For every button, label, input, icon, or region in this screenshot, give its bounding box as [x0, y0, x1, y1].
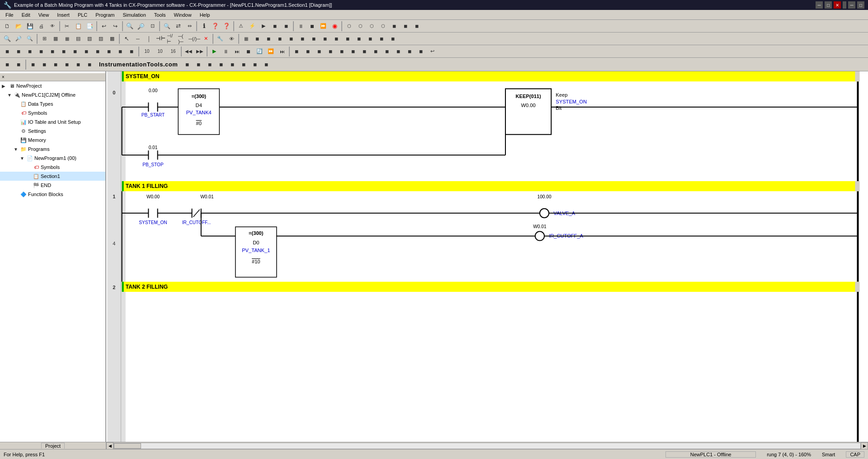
tb-save[interactable]: 💾 [24, 21, 35, 32]
tree-node-datatypes[interactable]: 📋 Data Types [0, 99, 105, 108]
tb2-more9[interactable]: ◼ [331, 33, 342, 44]
tb2-mon[interactable]: 👁 [226, 33, 237, 44]
tb3-b5[interactable]: ◼ [47, 46, 58, 57]
tb2-h-line[interactable]: ─ [132, 33, 143, 44]
tb3-sim-reset[interactable]: 🔄 [254, 46, 265, 57]
tb-print-prev[interactable]: 👁 [47, 21, 58, 32]
tree-node-section1[interactable]: 📋 Section1 [0, 172, 105, 181]
tb4-b16[interactable]: ◼ [261, 59, 272, 70]
inner-minimize-button[interactable]: ─ [848, 1, 855, 9]
tb-zoom-out[interactable]: 🔍 [136, 21, 146, 32]
tb2-more11[interactable]: ◼ [354, 33, 364, 44]
tb2-more4[interactable]: ◼ [274, 33, 285, 44]
tb3-b6[interactable]: ◼ [58, 46, 69, 57]
tb2-grid[interactable]: ⊞ [39, 33, 50, 44]
tb2-cursor[interactable]: ↖ [121, 33, 132, 44]
tb-zoom-fit[interactable]: ⊡ [147, 21, 158, 32]
tb-misc6[interactable]: ◼ [400, 21, 411, 32]
tb-misc2[interactable]: ⬡ [355, 21, 366, 32]
tb-warn[interactable]: ⚠ [236, 21, 246, 32]
tree-node-memory[interactable]: 💾 Memory [0, 136, 105, 145]
inner-maximize-button[interactable]: □ [857, 1, 864, 9]
tb-undo[interactable]: ↩ [99, 21, 109, 32]
tb3-b8[interactable]: ◼ [81, 46, 92, 57]
tb3-e8[interactable]: ◼ [370, 46, 381, 57]
tb3-e3[interactable]: ◼ [314, 46, 325, 57]
menu-item-help[interactable]: Help [196, 11, 214, 19]
menu-item-file[interactable]: File [2, 11, 17, 19]
tb-new[interactable]: 🗋 [2, 21, 13, 32]
tb3-e4[interactable]: ◼ [325, 46, 336, 57]
tb-zoom-in[interactable]: 🔍 [124, 21, 135, 32]
tree-node-programs[interactable]: ▼ 📁 Programs [0, 145, 105, 154]
tb3-num10b[interactable]: 10 [154, 46, 166, 57]
menu-item-plc[interactable]: PLC [74, 11, 91, 19]
tb3-e10[interactable]: ◼ [393, 46, 404, 57]
tb-step[interactable]: ⏩ [318, 21, 329, 32]
tb4-b14[interactable]: ◼ [238, 59, 249, 70]
tb-box1[interactable]: ◼ [269, 21, 280, 32]
tb3-e6[interactable]: ◼ [348, 46, 359, 57]
tb-run[interactable]: ▶ [258, 21, 269, 32]
tb2-del[interactable]: ✕ [200, 33, 211, 44]
tree-node-newproject[interactable]: ▶ 🖥 NewProject [0, 81, 105, 90]
tb-paste[interactable]: 📑 [84, 21, 95, 32]
tb4-b10[interactable]: ◼ [193, 59, 204, 70]
tb3-num10[interactable]: 10 [141, 46, 153, 57]
tb-rec[interactable]: ◉ [329, 21, 340, 32]
tb3-b10[interactable]: ◼ [104, 46, 114, 57]
menu-item-insert[interactable]: Insert [53, 11, 73, 19]
tb2-b5[interactable]: ▩ [107, 33, 118, 44]
tb2-more12[interactable]: ◼ [365, 33, 376, 44]
tb-misc5[interactable]: ◼ [389, 21, 400, 32]
tree-node-settings[interactable]: ⚙ Settings [0, 126, 105, 136]
tb2-coil-nc[interactable]: ─(/)─ [189, 33, 200, 44]
menu-item-simulation[interactable]: Simulation [119, 11, 149, 19]
menu-item-tools[interactable]: Tools [151, 11, 170, 19]
tb-copy[interactable]: 📋 [73, 21, 84, 32]
tree-node-newprogram1[interactable]: ▼ 📄 NewProgram1 (00) [0, 154, 105, 163]
tb2-coil-no[interactable]: ─( )─ [178, 33, 189, 44]
tb3-sim-pause[interactable]: ⏸ [220, 46, 231, 57]
tb2-b3[interactable]: ▧ [84, 33, 95, 44]
tb2-more6[interactable]: ◼ [297, 33, 308, 44]
tb2-more1[interactable]: ▦ [241, 33, 251, 44]
scroll-right-btn[interactable]: ▶ [861, 442, 868, 450]
tree-node-funcblocks[interactable]: 🔷 Function Blocks [0, 190, 105, 199]
tb4-b5[interactable]: ◼ [50, 59, 61, 70]
tb2-more13[interactable]: ◼ [376, 33, 387, 44]
tb2-b2[interactable]: ▤ [73, 33, 84, 44]
tb2-more14[interactable]: ◼ [387, 33, 398, 44]
tb4-b11[interactable]: ◼ [204, 59, 215, 70]
tb2-more7[interactable]: ◼ [308, 33, 319, 44]
tree-node-symbols2[interactable]: 🏷 Symbols [0, 163, 105, 172]
tb2-contact-nc[interactable]: ⊣/⊢ [166, 33, 177, 44]
tb-cut[interactable]: ✂ [61, 21, 72, 32]
close-button[interactable]: ✕ [834, 1, 841, 9]
tb-info[interactable]: ℹ [198, 21, 209, 32]
tb-warn2[interactable]: ⚡ [247, 21, 258, 32]
tb2-diag[interactable]: 🔧 [215, 33, 226, 44]
tb4-b12[interactable]: ◼ [216, 59, 226, 70]
tb-open[interactable]: 📂 [13, 21, 24, 32]
tb-transfer[interactable]: ⇄ [173, 21, 184, 32]
menu-item-window[interactable]: Window [170, 11, 195, 19]
tb2-zoom3[interactable]: 🔍 [24, 33, 35, 44]
tree-node-iotable[interactable]: 📊 IO Table and Unit Setup [0, 117, 105, 126]
tb4-b15[interactable]: ◼ [250, 59, 260, 70]
menu-item-program[interactable]: Program [92, 11, 118, 19]
tb2-more5[interactable]: ◼ [286, 33, 297, 44]
tb4-b13[interactable]: ◼ [227, 59, 238, 70]
tb3-step-back[interactable]: ◀◀ [183, 46, 194, 57]
diagram-area[interactable]: SYSTEM_ON 0 0.00 PB_START =(300) D4 PV_T… [106, 71, 868, 442]
tb4-b3[interactable]: ◼ [28, 59, 38, 70]
menu-item-view[interactable]: View [35, 11, 53, 19]
tb3-sim-stop[interactable]: ⏹ [243, 46, 254, 57]
tb2-more3[interactable]: ◼ [263, 33, 274, 44]
tb4-b8[interactable]: ◼ [84, 59, 95, 70]
tb-help[interactable]: ❓ [210, 21, 221, 32]
tb2-contact-no[interactable]: ⊣ ⊢ [155, 33, 166, 44]
tb3-sim-next[interactable]: ⏩ [265, 46, 276, 57]
tb-pause[interactable]: ⏸ [295, 21, 306, 32]
tb-misc3[interactable]: ⬡ [366, 21, 377, 32]
